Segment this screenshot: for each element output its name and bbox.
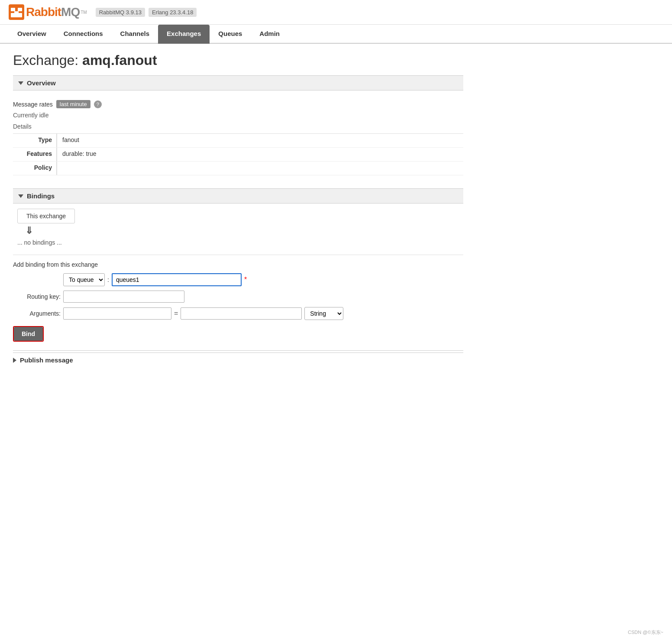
details-label: Details <box>13 123 463 130</box>
publish-section-label: Publish message <box>20 356 73 364</box>
detail-row-policy: Policy <box>13 162 463 175</box>
main-nav: Overview Connections Channels Exchanges … <box>0 25 672 44</box>
binding-arrow: ⇓ <box>25 225 463 236</box>
routing-key-label: Routing key: <box>13 293 61 300</box>
publish-section: Publish message <box>13 350 463 367</box>
colon-separator: : <box>107 276 109 283</box>
exchange-name: amq.fanout <box>82 52 157 68</box>
last-minute-badge: last minute <box>56 100 90 108</box>
nav-admin[interactable]: Admin <box>251 25 288 44</box>
rabbitmq-logo-icon <box>9 4 24 20</box>
binding-form-row-arguments: Arguments: = String <box>13 307 463 320</box>
svg-rect-2 <box>18 8 22 11</box>
equals-sign: = <box>174 310 178 317</box>
overview-section-header[interactable]: Overview <box>13 75 463 91</box>
features-key: Features <box>13 148 56 161</box>
arguments-key-input[interactable] <box>63 307 171 320</box>
nav-exchanges[interactable]: Exchanges <box>158 25 210 44</box>
svg-rect-4 <box>14 11 19 14</box>
add-binding-section: Add binding from this exchange To queue … <box>13 255 463 342</box>
message-rates-row: Message rates last minute ? <box>13 100 463 108</box>
overview-section-label: Overview <box>27 79 56 87</box>
nav-connections[interactable]: Connections <box>55 25 112 44</box>
page-title-prefix: Exchange: <box>13 52 78 68</box>
logo-tm: TM <box>81 10 87 15</box>
arguments-type-select[interactable]: String <box>304 307 343 320</box>
policy-value <box>56 162 68 175</box>
currently-idle-text: Currently idle <box>13 112 463 119</box>
features-value: durable: true <box>56 148 102 161</box>
overview-collapse-icon <box>18 81 23 85</box>
logo-rabbit-text: Rabbit <box>26 5 61 19</box>
erlang-version-badge: Erlang 23.3.4.18 <box>149 8 197 17</box>
nav-channels[interactable]: Channels <box>112 25 158 44</box>
type-value: fanout <box>56 134 84 147</box>
logo-mq-text: MQ <box>61 5 80 19</box>
bindings-section-header[interactable]: Bindings <box>13 188 463 204</box>
bindings-collapse-icon <box>18 194 23 198</box>
overview-section: Message rates last minute ? Currently id… <box>13 96 463 188</box>
svg-rect-1 <box>11 8 15 11</box>
bind-button-wrapper: Bind <box>13 326 44 342</box>
bindings-section-label: Bindings <box>27 192 55 200</box>
bind-button[interactable]: Bind <box>14 327 43 341</box>
logo: RabbitMQTM <box>9 4 87 20</box>
publish-expand-icon <box>13 358 16 363</box>
binding-form-row-routing: Routing key: <box>13 291 463 303</box>
detail-row-type: Type fanout <box>13 134 463 148</box>
routing-key-input[interactable] <box>63 291 184 303</box>
queue-name-input[interactable] <box>112 273 242 286</box>
bindings-section: This exchange ⇓ ... no bindings ... <box>13 209 463 246</box>
page-content: Exchange: amq.fanout Overview Message ra… <box>0 44 476 381</box>
binding-form-row-queue: To queue : * <box>13 273 463 286</box>
required-asterisk: * <box>244 276 247 284</box>
add-binding-title: Add binding from this exchange <box>13 261 463 268</box>
policy-key: Policy <box>13 162 56 175</box>
arguments-value-input[interactable] <box>181 307 302 320</box>
message-rates-label: Message rates <box>13 101 53 108</box>
type-key: Type <box>13 134 56 147</box>
arguments-label: Arguments: <box>13 310 61 317</box>
this-exchange-box: This exchange <box>17 209 75 223</box>
nav-queues[interactable]: Queues <box>210 25 251 44</box>
nav-overview[interactable]: Overview <box>9 25 55 44</box>
rabbitmq-version-badge: RabbitMQ 3.9.13 <box>96 8 145 17</box>
details-table: Type fanout Features durable: true Polic… <box>13 133 463 175</box>
publish-section-header[interactable]: Publish message <box>13 352 463 367</box>
no-bindings-text: ... no bindings ... <box>17 239 463 246</box>
detail-row-features: Features durable: true <box>13 148 463 162</box>
binding-type-select[interactable]: To queue <box>63 273 105 286</box>
help-icon[interactable]: ? <box>94 100 102 108</box>
page-title: Exchange: amq.fanout <box>13 52 463 68</box>
header: RabbitMQTM RabbitMQ 3.9.13 Erlang 23.3.4… <box>0 0 672 25</box>
